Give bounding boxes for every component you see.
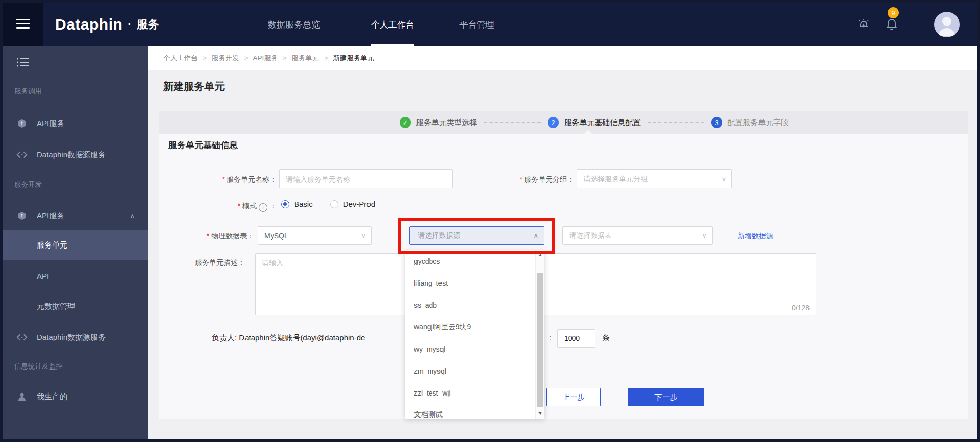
radio-option-basic[interactable]: Basic xyxy=(281,200,313,208)
alarm-icon[interactable] xyxy=(853,14,874,35)
prev-step-button[interactable]: 上一步 xyxy=(546,388,601,406)
step-type-selection: ✓ 服务单元类型选择 xyxy=(400,117,477,128)
dropdown-option[interactable]: wangjl阿里云9块9 xyxy=(405,316,544,338)
dropdown-option[interactable]: 文档测试 xyxy=(405,404,544,419)
breadcrumb-item[interactable]: 个人工作台 xyxy=(163,54,198,63)
service-unit-name-label: 服务单元名称： xyxy=(175,175,277,184)
bell-icon-glyph xyxy=(885,17,899,32)
breadcrumb: 个人工作台 > 服务开发 > API服务 > 服务单元 > 新建服务单元 xyxy=(148,46,977,70)
step-number-2: 2 xyxy=(548,117,559,128)
code-arrows-icon xyxy=(16,149,28,160)
service-unit-name-input[interactable] xyxy=(279,169,453,188)
avatar-person-icon xyxy=(934,12,960,37)
mode-label-text: 模式 xyxy=(242,202,257,210)
sidebar: 服务调用 API服务 Dataphin数据源服务 服务开发 API服务 xyxy=(3,46,148,439)
sidebar-item-label: Dataphin数据源服务 xyxy=(37,333,106,342)
sidebar-item-label: Dataphin数据源服务 xyxy=(37,150,106,160)
character-counter: 0/128 xyxy=(792,304,810,312)
step-basic-info: 2 服务单元基础信息配置 xyxy=(548,117,641,128)
sidebar-item-label: API服务 xyxy=(37,211,64,221)
dropdown-option[interactable]: zzl_test_wjl xyxy=(405,382,544,404)
text-cursor xyxy=(416,231,416,240)
top-navbar: Dataphin · 服务 数据服务总览 个人工作台 平台管理 xyxy=(3,3,977,46)
steps-indicator: ✓ 服务单元类型选择 2 服务单元基础信息配置 3 配置服务单元字段 xyxy=(159,111,968,134)
sidebar-item-dataphin-datasource-dev[interactable]: Dataphin数据源服务 xyxy=(3,327,148,348)
sidebar-item-api-service-call[interactable]: API服务 xyxy=(3,113,148,134)
next-step-button[interactable]: 下一步 xyxy=(628,388,704,406)
radio-dev-prod-label: Dev-Prod xyxy=(343,200,375,208)
radio-dev-prod[interactable] xyxy=(330,200,338,208)
form-card: ✓ 服务单元类型选择 2 服务单元基础信息配置 3 配置服务单元字段 xyxy=(159,111,968,419)
sidebar-item-dataphin-datasource-call[interactable]: Dataphin数据源服务 xyxy=(3,144,148,165)
step-label: 服务单元类型选择 xyxy=(416,118,477,128)
step-number-3: 3 xyxy=(711,117,722,128)
api-hexagon-icon xyxy=(16,118,28,129)
app-window: Dataphin · 服务 数据服务总览 个人工作台 平台管理 xyxy=(3,3,977,439)
chevron-down-icon: ∨ xyxy=(702,232,707,239)
step-configure-fields: 3 配置服务单元字段 xyxy=(711,117,789,128)
mode-radio-group: Basic Dev-Prod xyxy=(281,200,393,208)
sidebar-item-service-unit[interactable]: 服务单元 xyxy=(3,230,148,260)
datasource-select[interactable]: 请选择数据源 ∧ xyxy=(409,226,544,245)
sidebar-section-service-dev: 服务开发 xyxy=(14,180,42,190)
sidebar-collapse-button[interactable] xyxy=(14,54,31,70)
owner-text: 负责人: Dataphin答疑账号(dayi@dataphin-de xyxy=(212,333,365,343)
dropdown-option[interactable]: ss_adb xyxy=(405,294,544,316)
breadcrumb-separator-icon: > xyxy=(324,55,328,62)
limit-label-fragment: : xyxy=(549,334,551,342)
hamburger-icon xyxy=(16,19,30,31)
topnav-data-service-overview[interactable]: 数据服务总览 xyxy=(268,3,320,46)
mode-label: * 模式i： xyxy=(175,202,277,212)
step-connector xyxy=(648,122,704,123)
service-unit-group-select[interactable]: 请选择服务单元分组 ∨ xyxy=(577,169,732,188)
sidebar-item-label: API xyxy=(37,272,49,280)
dropdown-option[interactable]: gycdbcs xyxy=(405,250,544,272)
datatable-select[interactable]: 请选择数据表 ∨ xyxy=(562,226,713,245)
sidebar-item-metadata[interactable]: 元数据管理 xyxy=(3,296,148,316)
logo-product-text: 服务 xyxy=(137,17,159,32)
list-icon xyxy=(16,57,29,67)
breadcrumb-item[interactable]: API服务 xyxy=(253,54,278,63)
scroll-up-icon[interactable]: ▲ xyxy=(536,252,544,257)
dropdown-scrollbar[interactable]: ▲ ▼ xyxy=(535,250,544,419)
dropdown-option[interactable]: wy_mysql xyxy=(405,338,544,360)
breadcrumb-separator-icon: > xyxy=(244,55,248,62)
info-icon[interactable]: i xyxy=(259,203,267,212)
scrollbar-thumb[interactable] xyxy=(537,273,543,407)
breadcrumb-separator-icon: > xyxy=(283,55,286,62)
alarm-icon-glyph xyxy=(857,18,870,31)
sidebar-item-my-produced[interactable]: 我生产的 xyxy=(3,386,148,407)
sidebar-item-api-service-dev[interactable]: API服务 ∧ xyxy=(3,206,148,226)
chevron-down-icon: ∨ xyxy=(361,232,366,239)
screenshot-frame: Dataphin · 服务 数据服务总览 个人工作台 平台管理 xyxy=(0,0,980,442)
hamburger-menu-button[interactable] xyxy=(3,3,43,46)
breadcrumb-item[interactable]: 服务开发 xyxy=(212,54,239,63)
dropdown-option[interactable]: zm_mysql xyxy=(405,360,544,382)
limit-input[interactable] xyxy=(557,329,595,348)
scroll-down-icon[interactable]: ▼ xyxy=(536,411,544,416)
sidebar-item-api[interactable]: API xyxy=(3,265,148,286)
db-type-select[interactable]: MySQL ∨ xyxy=(258,226,372,245)
topnav-platform-management[interactable]: 平台管理 xyxy=(459,3,494,46)
description-label: 服务单元描述： xyxy=(159,258,245,267)
sidebar-item-label: 我生产的 xyxy=(37,392,67,402)
sidebar-section-stats: 信息统计及监控 xyxy=(14,362,63,372)
step-done-check-icon: ✓ xyxy=(400,117,411,128)
page-content: 新建服务单元 ✓ 服务单元类型选择 2 服务单元基础信息配置 3 xyxy=(148,70,977,439)
add-datasource-link[interactable]: 新增数据源 xyxy=(738,232,773,241)
api-hexagon-icon xyxy=(16,210,28,222)
chevron-up-icon: ∧ xyxy=(130,212,135,220)
mode-colon: ： xyxy=(270,202,277,210)
user-avatar[interactable] xyxy=(934,12,960,37)
dropdown-option[interactable]: liliang_test xyxy=(405,272,544,294)
topnav-personal-workspace[interactable]: 个人工作台 xyxy=(371,3,414,46)
sidebar-item-label: 元数据管理 xyxy=(37,302,75,311)
radio-option-dev-prod[interactable]: Dev-Prod xyxy=(330,200,375,208)
select-placeholder: 请选择数据源 xyxy=(418,231,460,240)
db-type-value: MySQL xyxy=(264,232,288,240)
radio-basic-selected[interactable] xyxy=(281,200,289,208)
chevron-up-icon: ∧ xyxy=(533,232,538,239)
breadcrumb-item[interactable]: 服务单元 xyxy=(291,54,319,63)
step-label: 服务单元基础信息配置 xyxy=(564,118,641,128)
notification-badge: 9 xyxy=(888,7,899,18)
